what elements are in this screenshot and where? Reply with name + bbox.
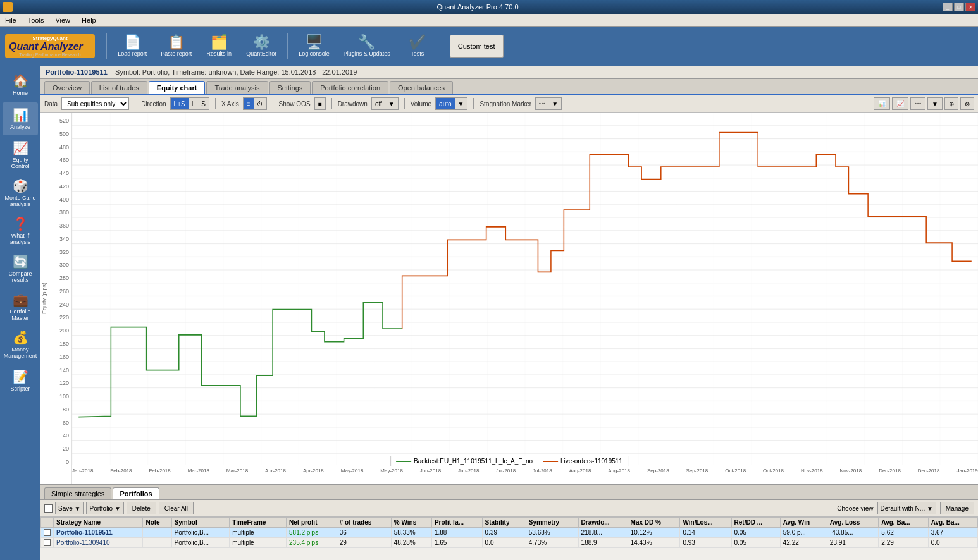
th-drawdown[interactable]: Drawdo...: [578, 518, 628, 528]
delete-button[interactable]: Delete: [127, 502, 156, 514]
stagnation-chevron-btn[interactable]: ▼: [548, 98, 561, 109]
chart-candle-btn[interactable]: ▼: [927, 97, 943, 110]
tab-list-of-trades[interactable]: List of trades: [91, 81, 147, 94]
tests-button[interactable]: ✔️ Tests: [399, 30, 436, 63]
tests-label: Tests: [411, 51, 424, 57]
sidebar-item-scripter[interactable]: 📝 Scripter: [3, 364, 38, 397]
table-row[interactable]: Portfolio-11309410 Portfolio,B... multip…: [41, 538, 978, 548]
chart-zoom-out-btn[interactable]: ⊗: [960, 97, 974, 110]
tab-equity-chart[interactable]: Equity chart: [149, 81, 206, 94]
sidebar: 🏠 Home 📊 Analyze 📈 Equity Control 🎲 Mont…: [0, 66, 40, 560]
xaxis-trades-btn[interactable]: ≡: [244, 98, 254, 109]
y-tick-120: 120: [48, 380, 71, 386]
th-symmetry[interactable]: Symmetry: [526, 518, 578, 528]
tab-trade-analysis[interactable]: Trade analysis: [206, 81, 268, 94]
tab-open-balances[interactable]: Open balances: [390, 81, 453, 94]
th-avg-ba1[interactable]: Avg. Ba...: [879, 518, 928, 528]
tab-portfolios[interactable]: Portfolios: [113, 487, 159, 499]
log-console-button[interactable]: 🖥️ Log console: [293, 30, 335, 63]
th-win-loss[interactable]: Win/Los...: [680, 518, 731, 528]
th-net-profit[interactable]: Net profit: [287, 518, 337, 528]
drawdown-chevron-btn[interactable]: ▼: [385, 98, 398, 109]
paste-report-icon: 📋: [168, 35, 185, 49]
y-tick-480: 480: [48, 144, 71, 150]
custom-test-button[interactable]: Custom test: [450, 35, 504, 58]
th-trades[interactable]: # of trades: [337, 518, 391, 528]
chart-area-btn[interactable]: 〰: [910, 97, 925, 110]
tab-settings[interactable]: Settings: [269, 81, 311, 94]
select-all-checkbox[interactable]: [44, 504, 53, 513]
clear-all-button[interactable]: Clear All: [159, 502, 194, 514]
stagnation-btn[interactable]: 〰: [536, 98, 548, 109]
x-label-dec2018b: Dec-2018: [918, 468, 940, 483]
volume-chevron-btn[interactable]: ▼: [455, 98, 467, 109]
sidebar-item-portfolio[interactable]: 💼 Portfolio Master: [3, 288, 38, 325]
y-tick-160: 160: [48, 354, 71, 360]
direction-ls-btn[interactable]: L+S: [171, 98, 189, 109]
quant-editor-button[interactable]: ⚙️ QuantEditor: [240, 30, 282, 63]
menu-view[interactable]: View: [53, 16, 73, 25]
menu-help[interactable]: Help: [79, 16, 99, 25]
sidebar-item-home[interactable]: 🏠 Home: [3, 68, 38, 101]
chart-toolbar: Data Sub equities only Direction L+S L S…: [40, 95, 978, 113]
sidebar-item-equity-control[interactable]: 📈 Equity Control: [3, 137, 38, 173]
xaxis-time-btn[interactable]: ⏱: [254, 98, 266, 109]
chart-svg-wrapper: Jan-2018 Feb-2018 Feb-2018 Mar-2018 Mar-…: [72, 113, 978, 484]
tab-simple-strategies[interactable]: Simple strategies: [44, 487, 111, 499]
th-ret-dd[interactable]: Ret/DD ...: [731, 518, 780, 528]
menu-tools[interactable]: Tools: [25, 16, 47, 25]
close-button[interactable]: ✕: [965, 3, 975, 11]
th-avg-loss[interactable]: Avg. Loss: [827, 518, 878, 528]
sidebar-item-compare[interactable]: 🔄 Compare results: [3, 250, 38, 287]
x-label-oct2018b: Oct-2018: [763, 468, 784, 483]
th-avg-ba2[interactable]: Avg. Ba...: [928, 518, 977, 528]
row2-checkbox[interactable]: [41, 538, 54, 548]
y-tick-500: 500: [48, 131, 71, 137]
th-symbol[interactable]: Symbol: [171, 518, 230, 528]
th-wins[interactable]: % Wins: [391, 518, 431, 528]
th-note[interactable]: Note: [143, 518, 171, 528]
tab-overview[interactable]: Overview: [44, 81, 90, 94]
home-icon: 🏠: [13, 73, 28, 88]
th-avg-win[interactable]: Avg. Win: [780, 518, 827, 528]
data-select[interactable]: Sub equities only: [61, 97, 129, 110]
save-dropdown-button[interactable]: Save ▼: [55, 502, 84, 514]
th-timeframe[interactable]: TimeFrame: [230, 518, 287, 528]
plugins-updates-button[interactable]: 🔧 Plugins & Updates: [338, 30, 396, 63]
x-label-jan2019: Jan-2019: [956, 468, 977, 483]
th-stability[interactable]: Stability: [482, 518, 526, 528]
minimize-button[interactable]: _: [943, 3, 953, 11]
row2-avgwin: 42.22: [780, 538, 827, 548]
th-max-dd[interactable]: Max DD %: [628, 518, 680, 528]
drawdown-toggle: off ▼: [371, 97, 399, 110]
paste-report-button[interactable]: 📋 Paste report: [155, 30, 197, 63]
manage-button[interactable]: Manage: [940, 502, 974, 514]
chart-bar-btn[interactable]: 📊: [874, 97, 890, 110]
tab-portfolio-correlation[interactable]: Portfolio correlation: [312, 81, 388, 94]
maximize-button[interactable]: □: [954, 3, 964, 11]
chart-zoom-in-btn[interactable]: ⊕: [944, 97, 958, 110]
table-row[interactable]: Portfolio-11019511 Portfolio,B... multip…: [41, 528, 978, 538]
drawdown-off-btn[interactable]: off: [372, 98, 385, 109]
row1-checkbox[interactable]: [41, 528, 54, 538]
chart-line-btn[interactable]: 📈: [892, 97, 908, 110]
sidebar-item-money[interactable]: 💰 Money Management: [3, 326, 38, 363]
sidebar-item-monte-carlo[interactable]: 🎲 Monte Carlo analysis: [3, 174, 38, 211]
direction-s-btn[interactable]: S: [198, 98, 209, 109]
load-report-button[interactable]: 📄 Load report: [112, 30, 152, 63]
show-oos-btn[interactable]: ■: [315, 98, 325, 109]
menubar: File Tools View Help: [0, 14, 978, 27]
th-profit-factor[interactable]: Profit fa...: [431, 518, 482, 528]
portfolio-dropdown-button[interactable]: Portfolio ▼: [86, 502, 123, 514]
window-controls[interactable]: _ □ ✕: [943, 3, 975, 11]
titlebar-icon: [3, 2, 13, 12]
volume-auto-btn[interactable]: auto: [436, 98, 454, 109]
sidebar-item-analyze[interactable]: 📊 Analyze: [3, 102, 38, 135]
results-in-button[interactable]: 🗂️ Results in: [200, 30, 238, 63]
menu-file[interactable]: File: [3, 16, 19, 25]
view-dropdown[interactable]: Default with N... ▼: [877, 502, 936, 514]
sidebar-item-what-if[interactable]: ❓ What If analysis: [3, 212, 38, 249]
th-strategy-name[interactable]: Strategy Name: [54, 518, 143, 528]
portfolio-icon: 💼: [13, 292, 28, 307]
direction-l-btn[interactable]: L: [189, 98, 199, 109]
